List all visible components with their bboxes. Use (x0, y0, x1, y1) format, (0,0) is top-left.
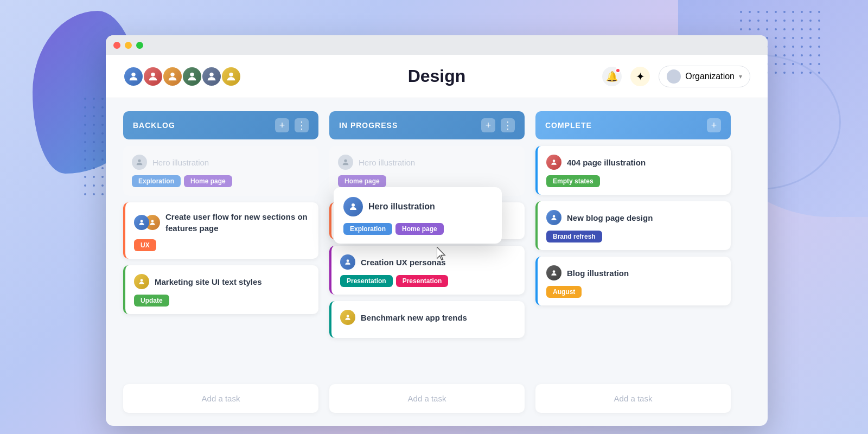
tag-exploration: Exploration (132, 175, 181, 187)
svg-point-2 (170, 72, 174, 76)
tag-presentation-2: Presentation (396, 275, 449, 287)
page-title: Design (408, 66, 466, 86)
tag-homepage-ip: Home page (338, 175, 386, 187)
add-task-backlog[interactable]: Add a task (123, 384, 318, 413)
tag-ux: UX (134, 239, 156, 251)
window-maximize-btn[interactable] (136, 42, 143, 49)
column-actions-complete: + (707, 118, 721, 132)
svg-point-7 (141, 220, 143, 222)
column-title-complete: COMPLETE (545, 121, 592, 130)
header-right: 🔔 ✦ Organization ▾ (602, 66, 750, 87)
card-title-ghost-ip: Hero illustration (359, 158, 415, 167)
card-title-benchmark: Benchmark new app trends (361, 312, 467, 323)
add-task-in-progress-btn[interactable]: + (481, 118, 495, 132)
browser-window: Design 🔔 ✦ Organization ▾ BACKLOG + ⋮ (106, 35, 768, 426)
avatar (123, 66, 144, 87)
column-backlog: BACKLOG + ⋮ Hero illustration Exploratio… (123, 111, 318, 413)
card-title-marketing: Marketing site UI text styles (155, 276, 262, 288)
card-tags-404: Empty states (546, 175, 722, 187)
tag-empty-states: Empty states (546, 175, 600, 187)
org-avatar (667, 69, 681, 84)
menu-backlog-btn[interactable]: ⋮ (295, 118, 309, 132)
column-title-backlog: BACKLOG (133, 121, 175, 130)
card-creation-ux[interactable]: Creation UX personas Presentation Presen… (329, 246, 525, 295)
card-blog-illustration[interactable]: Blog illustration August (535, 257, 731, 305)
card-new-blog[interactable]: New blog page design Brand refresh (535, 201, 731, 250)
card-marketing-site[interactable]: Marketing site UI text styles Update (123, 265, 318, 314)
org-name: Organization (685, 72, 735, 81)
card-avatar-blog-illus (546, 265, 561, 280)
card-title-ghost: Hero illustration (152, 158, 209, 167)
card-avatar-ux (340, 254, 355, 270)
avatar (182, 66, 202, 87)
column-header-backlog: BACKLOG + ⋮ (123, 111, 318, 139)
drag-popup-header: Hero illustration (343, 197, 492, 216)
card-avatar-1 (134, 215, 149, 230)
browser-titlebar (106, 35, 768, 55)
card-avatar-ghost-ip (338, 155, 353, 170)
tag-update: Update (134, 295, 169, 307)
card-avatar-404 (546, 155, 561, 170)
card-tags-new-blog: Brand refresh (546, 231, 722, 242)
svg-point-12 (347, 259, 349, 262)
card-avatar-blog (546, 210, 561, 225)
board-area: BACKLOG + ⋮ Hero illustration Exploratio… (106, 98, 768, 426)
drag-tag-exploration: Exploration (343, 223, 392, 235)
svg-point-6 (138, 159, 141, 162)
tag-homepage: Home page (184, 175, 232, 187)
svg-point-8 (151, 220, 154, 222)
add-task-complete-btn[interactable]: + (707, 118, 721, 132)
drag-popup-card: Hero illustration Exploration Home page (334, 187, 502, 244)
column-header-complete: COMPLETE + (535, 111, 731, 139)
tag-august: August (546, 286, 582, 298)
column-actions-backlog: + ⋮ (275, 118, 309, 132)
svg-point-15 (553, 215, 556, 218)
svg-point-10 (344, 159, 347, 162)
card-title-create-user-flow: Create user flow for new sections on fea… (165, 211, 310, 234)
svg-point-17 (352, 203, 355, 207)
card-title-ux: Creation UX personas (361, 257, 446, 268)
card-benchmark[interactable]: Benchmark new app trends (329, 301, 525, 338)
card-tags-ux: Presentation Presentation (340, 275, 516, 287)
svg-point-5 (229, 72, 233, 76)
card-tags: Exploration Home page (132, 175, 310, 187)
add-task-backlog-btn[interactable]: + (275, 118, 289, 132)
svg-point-0 (131, 72, 135, 76)
card-avatar-marketing (134, 274, 149, 289)
column-actions-in-progress: + ⋮ (481, 118, 515, 132)
drag-tag-homepage: Home page (395, 223, 444, 235)
card-title-404: 404 page illustration (567, 157, 646, 168)
card-create-user-flow[interactable]: Create user flow for new sections on fea… (123, 202, 318, 259)
column-in-progress: IN PROGRESS + ⋮ Hero illustration Home p… (329, 111, 525, 413)
menu-in-progress-btn[interactable]: ⋮ (501, 118, 515, 132)
window-close-btn[interactable] (113, 42, 120, 49)
avatar (221, 66, 241, 87)
card-hero-ghost-backlog: Hero illustration Exploration Home page (123, 146, 318, 196)
drag-popup-avatar (343, 197, 363, 216)
avatar-group (123, 66, 241, 87)
card-tags-create-user-flow: UX (134, 239, 310, 251)
app-header: Design 🔔 ✦ Organization ▾ (106, 55, 768, 98)
svg-point-13 (347, 315, 349, 317)
notifications-bell[interactable]: 🔔 (602, 67, 622, 86)
svg-point-9 (141, 279, 143, 282)
tag-brand-refresh: Brand refresh (546, 231, 602, 242)
card-title-blog-illus: Blog illustration (567, 267, 629, 279)
card-404-page[interactable]: 404 page illustration Empty states (535, 146, 731, 195)
card-tags-marketing: Update (134, 295, 310, 307)
notification-badge (615, 68, 621, 73)
theme-toggle[interactable]: ✦ (630, 67, 650, 86)
tag-presentation-1: Presentation (340, 275, 393, 287)
org-selector[interactable]: Organization ▾ (659, 66, 750, 87)
card-title-new-blog: New blog page design (567, 212, 653, 224)
svg-point-14 (553, 159, 556, 162)
window-minimize-btn[interactable] (125, 42, 132, 49)
add-task-in-progress[interactable]: Add a task (329, 384, 525, 413)
column-complete: COMPLETE + 404 page illustration Empty s… (535, 111, 731, 413)
card-tags-ghost-ip: Home page (338, 175, 516, 187)
svg-point-1 (151, 72, 155, 76)
card-avatar (132, 155, 147, 170)
column-header-in-progress: IN PROGRESS + ⋮ (329, 111, 525, 139)
avatar (162, 66, 183, 87)
add-task-complete[interactable]: Add a task (535, 384, 731, 413)
